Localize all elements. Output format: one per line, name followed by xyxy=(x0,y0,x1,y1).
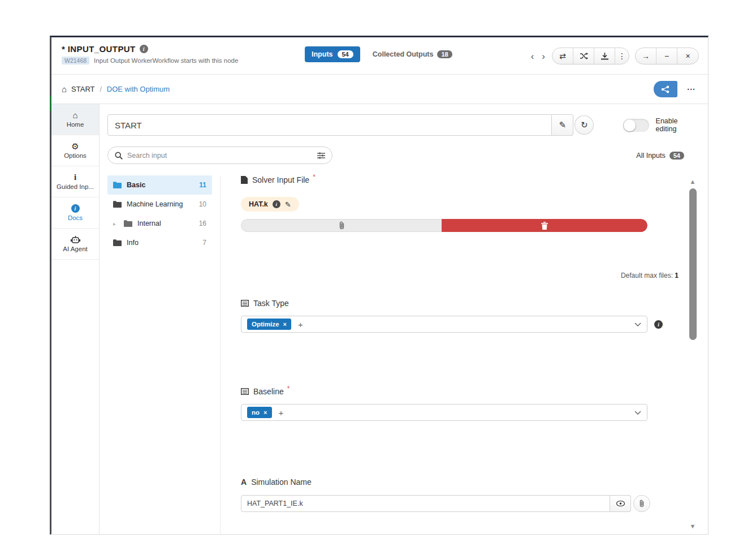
task-type-select[interactable]: Optimize × + i xyxy=(241,316,647,333)
sidebar-item-guided-input[interactable]: i Guided Inp... xyxy=(51,166,99,197)
add-value-button[interactable]: + xyxy=(298,320,303,329)
solver-input-file-label: Solver Input File * xyxy=(241,175,679,184)
simulation-name-label: A Simulation Name xyxy=(241,477,679,487)
scroll-down-button[interactable]: ▼ xyxy=(690,523,696,530)
gear-icon: ⚙ xyxy=(71,142,79,150)
tree-item-internal[interactable]: ▸ Internal 16 xyxy=(107,214,212,233)
breadcrumb-separator: / xyxy=(100,85,101,93)
node-dialog: * INPUT_OUTPUT i W21468 Input Output Wor… xyxy=(50,36,709,535)
tree-item-basic[interactable]: Basic 11 xyxy=(107,175,212,195)
required-asterisk: * xyxy=(313,173,316,181)
sidebar-item-home[interactable]: ⌂ Home xyxy=(51,104,99,135)
task-type-label: Task Type xyxy=(241,299,679,308)
scroll-up-button[interactable]: ▲ xyxy=(690,179,696,185)
expand-caret-icon[interactable]: ▸ xyxy=(113,221,119,227)
filter-button[interactable] xyxy=(317,152,325,159)
go-to-node-button[interactable]: → xyxy=(636,48,656,64)
tree-item-info[interactable]: Info 7 xyxy=(107,233,212,252)
folder-icon xyxy=(113,201,122,208)
baseline-select[interactable]: no × + xyxy=(241,404,647,421)
next-node-button[interactable]: › xyxy=(541,51,546,61)
delete-file-button[interactable] xyxy=(442,219,647,232)
all-inputs-count: 54 xyxy=(669,152,684,160)
more-actions-button[interactable]: ⋮ xyxy=(615,48,629,64)
search-row: All Inputs 54 xyxy=(107,147,700,164)
file-chip-label: HAT.k xyxy=(249,200,268,208)
search-input[interactable] xyxy=(127,152,313,160)
sidebar-item-label: Guided Inp... xyxy=(57,183,94,190)
shuffle-button[interactable] xyxy=(573,48,594,64)
prev-node-button[interactable]: ‹ xyxy=(530,51,535,61)
chevron-down-icon xyxy=(634,322,641,326)
close-button[interactable]: × xyxy=(677,48,698,64)
input-form: Solver Input File * HAT.k i ✎ xyxy=(221,175,685,534)
tree-item-machine-learning[interactable]: Machine Learning 10 xyxy=(107,195,212,214)
guided-input-icon: i xyxy=(74,173,76,182)
simulation-name-row xyxy=(241,495,679,512)
tab-inputs-count: 54 xyxy=(338,50,353,58)
simulation-name-input[interactable] xyxy=(241,495,610,512)
tab-collected-outputs[interactable]: Collected Outputs 18 xyxy=(373,50,452,58)
tab-outputs-label: Collected Outputs xyxy=(373,50,434,58)
tag-remove-icon[interactable]: × xyxy=(283,321,287,328)
breadcrumb-root[interactable]: START xyxy=(71,85,94,93)
minimize-button[interactable]: − xyxy=(656,48,677,64)
enable-editing-toggle[interactable] xyxy=(623,119,649,132)
share-icon xyxy=(661,85,670,93)
tree-item-label: Basic xyxy=(127,181,145,189)
download-button[interactable] xyxy=(594,48,615,64)
tree-item-label: Info xyxy=(127,239,139,247)
docs-info-icon: i xyxy=(71,204,80,213)
attach-file-button[interactable] xyxy=(241,219,442,232)
tree-item-label: Internal xyxy=(137,220,161,227)
file-icon xyxy=(241,176,248,184)
breadcrumb-current[interactable]: DOE with Optimum xyxy=(107,85,170,93)
header-tabs: Inputs 54 Collected Outputs 18 xyxy=(305,46,452,62)
home-icon: ⌂ xyxy=(72,111,77,119)
dialog-body: ⌂ Home ⚙ Options i Guided Inp... i Docs xyxy=(51,104,708,534)
tree-item-count: 11 xyxy=(199,181,206,189)
sidebar-item-ai-agent[interactable]: AI Agent xyxy=(51,229,99,260)
add-value-button[interactable]: + xyxy=(279,408,284,418)
preview-button[interactable] xyxy=(610,495,631,512)
all-inputs-summary: All Inputs 54 xyxy=(636,152,684,160)
sidebar-item-options[interactable]: ⚙ Options xyxy=(51,135,99,166)
tree-item-count: 16 xyxy=(199,220,206,227)
edit-name-button[interactable]: ✎ xyxy=(552,114,573,136)
all-inputs-label: All Inputs xyxy=(636,152,665,160)
breadcrumb-more-button[interactable]: ... xyxy=(687,83,695,92)
swap-button[interactable]: ⇄ xyxy=(552,48,573,64)
field-label-text: Simulation Name xyxy=(251,477,312,487)
tab-inputs-label: Inputs xyxy=(312,50,333,58)
scrollbar-thumb[interactable] xyxy=(689,188,697,340)
paperclip-icon xyxy=(639,500,645,507)
enable-editing-label: Enable editing xyxy=(656,117,700,133)
file-edit-icon[interactable]: ✎ xyxy=(285,201,291,208)
field-label-text: Task Type xyxy=(253,299,289,308)
dialog-header: * INPUT_OUTPUT i W21468 Input Output Wor… xyxy=(51,37,708,75)
file-info-icon[interactable]: i xyxy=(273,200,280,208)
folder-icon xyxy=(113,182,122,188)
tree-item-label: Machine Learning xyxy=(127,200,183,208)
tab-outputs-count: 18 xyxy=(437,50,452,58)
task-type-info-icon[interactable]: i xyxy=(654,320,663,329)
sidebar: ⌂ Home ⚙ Options i Guided Inp... i Docs xyxy=(51,104,100,534)
sidebar-item-label: Docs xyxy=(68,214,83,221)
paperclip-icon xyxy=(339,221,345,230)
scrollbar-track[interactable] xyxy=(689,187,697,521)
workflow-view-button[interactable] xyxy=(654,81,677,97)
sidebar-item-docs[interactable]: i Docs xyxy=(51,197,99,229)
tab-inputs[interactable]: Inputs 54 xyxy=(305,46,360,62)
refresh-button[interactable]: ↻ xyxy=(574,115,594,135)
content-area: Basic 11 Machine Learning 10 ▸ xyxy=(107,175,700,534)
attach-button[interactable] xyxy=(633,495,650,512)
form-scrollbar: ▲ ▼ xyxy=(685,175,700,534)
field-label-text: Solver Input File xyxy=(252,175,309,184)
max-files-note: Default max files: 1 xyxy=(621,272,679,279)
file-chip[interactable]: HAT.k i ✎ xyxy=(241,197,299,212)
tag-remove-icon[interactable]: × xyxy=(263,409,267,416)
node-id-badge: W21468 xyxy=(62,57,89,64)
node-title-block: * INPUT_OUTPUT i W21468 Input Output Wor… xyxy=(62,44,254,64)
node-name-input[interactable] xyxy=(107,114,552,136)
node-info-icon[interactable]: i xyxy=(140,45,148,53)
